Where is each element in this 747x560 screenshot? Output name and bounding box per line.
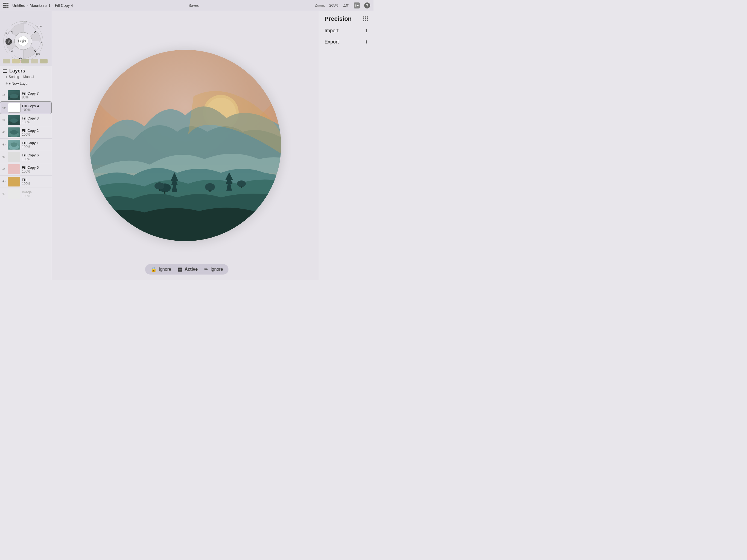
pen-icon: ✏	[204, 266, 208, 272]
layer-thumbnail	[8, 115, 20, 125]
layer-name: Image	[22, 190, 50, 194]
layer-opacity: 100%	[22, 108, 50, 112]
hamburger-icon[interactable]	[3, 70, 7, 73]
lock-icon: 🔒	[151, 266, 157, 272]
layer-opacity: 100%	[22, 145, 50, 149]
layers-stack-icon: ▤	[178, 266, 182, 272]
layer-thumbnail	[8, 164, 20, 174]
svg-text:4.2 pts: 4.2 pts	[18, 40, 26, 43]
layer-info: Fill Copy 7 86%	[22, 91, 50, 99]
layer-name: Fill Copy 6	[22, 153, 50, 157]
layer-thumbnail	[8, 152, 20, 162]
svg-point-32	[10, 178, 18, 185]
layer-opacity: 86%	[22, 96, 50, 99]
layer-item[interactable]: 👁 Fill Copy 5 100%	[0, 163, 52, 176]
svg-text:✐: ✐	[7, 40, 10, 44]
svg-text:↙: ↙	[11, 48, 14, 53]
app-name[interactable]: Untitled	[12, 3, 25, 8]
layer-info: Fill Copy 2 100%	[22, 128, 50, 136]
file-name[interactable]: Mountains 1	[29, 3, 50, 8]
new-layer-button[interactable]: + + New Layer	[3, 80, 49, 88]
swatch-5[interactable]	[40, 59, 48, 63]
swatch-1[interactable]	[3, 59, 10, 63]
ignore-pen-button[interactable]: ✏ Ignore	[204, 266, 223, 272]
sorting-label: Sorting	[9, 75, 19, 79]
layer-item[interactable]: 👁 Fill Copy 6 100%	[0, 151, 52, 163]
breadcrumb-sep2: ›	[52, 4, 53, 7]
svg-point-26	[10, 119, 18, 123]
layer-opacity: 100%	[22, 157, 50, 161]
layer-item[interactable]: 👁 Fill Copy 3 100%	[0, 114, 52, 126]
precision-title: Precision	[325, 15, 352, 22]
layer-name[interactable]: Fill Copy 4	[55, 3, 73, 8]
color-wheel-area: 4.92 9.06 1.8 180 09 4.2 4.2 pts ↖ ↗ ↙ ↘…	[0, 11, 52, 66]
svg-point-31	[9, 168, 19, 174]
layer-item[interactable]: 👁 Fill Copy 2 100%	[0, 126, 52, 138]
layer-thumbnail	[8, 140, 20, 150]
ignore-pen-label: Ignore	[210, 267, 223, 272]
visibility-icon[interactable]: 👁	[2, 155, 6, 159]
visibility-icon[interactable]: 👁	[2, 118, 6, 122]
visibility-icon[interactable]: 👁	[2, 93, 6, 97]
svg-text:4.2: 4.2	[5, 32, 9, 35]
svg-point-43	[154, 182, 164, 189]
import-icon: ⬆	[364, 28, 368, 33]
topbar-left: Untitled › Mountains 1 › Fill Copy 4	[3, 3, 73, 8]
svg-text:↘: ↘	[33, 48, 36, 53]
dots-grid-icon[interactable]	[363, 17, 368, 21]
svg-rect-44	[159, 189, 160, 191]
layer-info: Fill Copy 3 100%	[22, 116, 50, 124]
svg-text:↖: ↖	[11, 30, 14, 34]
layer-item[interactable]: 👁 Image 100%	[0, 188, 52, 200]
save-status: Saved	[188, 3, 199, 8]
sort-icon: ↕	[5, 75, 7, 79]
visibility-icon[interactable]: 👁	[2, 180, 6, 184]
svg-rect-46	[209, 190, 210, 192]
layer-opacity: 100%	[22, 120, 50, 124]
layer-item[interactable]: 👁 Fill 100%	[0, 176, 52, 188]
visibility-icon[interactable]: 👁	[2, 143, 6, 147]
zoom-label: Zoom:	[315, 3, 325, 7]
topbar: Untitled › Mountains 1 › Fill Copy 4 Sav…	[0, 0, 374, 11]
settings-button[interactable]	[354, 2, 360, 8]
layer-name: Fill Copy 2	[22, 128, 50, 133]
visibility-icon[interactable]: 👁	[2, 130, 6, 134]
svg-text:4.92: 4.92	[22, 20, 27, 23]
color-swatches	[3, 59, 48, 63]
svg-point-0	[356, 5, 358, 6]
right-panel-header: Precision	[325, 15, 368, 22]
sorting-row[interactable]: ↕ Sorting | Manual	[3, 74, 49, 80]
layer-thumbnail	[8, 177, 20, 186]
swatch-4[interactable]	[31, 59, 38, 63]
ignore-lock-button[interactable]: 🔒 Ignore	[151, 266, 171, 272]
import-button[interactable]: Import ⬆	[325, 28, 368, 34]
help-button[interactable]: ?	[364, 2, 370, 8]
right-panel: Precision Import ⬆ Export ⬆	[319, 11, 374, 280]
layer-info: Fill Copy 4 100%	[22, 104, 50, 112]
swatch-3[interactable]	[21, 59, 29, 63]
svg-text:↗: ↗	[33, 30, 36, 34]
plus-icon: +	[5, 81, 8, 86]
svg-text:1.8: 1.8	[39, 41, 43, 44]
topbar-center: Saved	[73, 3, 315, 8]
layer-item[interactable]: 👁 Fill Copy 7 86%	[0, 89, 52, 101]
bottom-bar: 🔒 Ignore ▤ Active ✏ Ignore	[145, 264, 229, 275]
left-sidebar: 4.92 9.06 1.8 180 09 4.2 4.2 pts ↖ ↗ ↙ ↘…	[0, 11, 52, 280]
app-grid-icon[interactable]	[3, 3, 8, 8]
active-layers-button[interactable]: ▤ Active	[178, 266, 198, 272]
visibility-icon[interactable]: 👁	[2, 106, 6, 110]
svg-point-50	[237, 180, 246, 187]
export-label: Export	[325, 39, 339, 45]
sorting-sep: |	[21, 75, 22, 79]
layer-thumbnail	[8, 189, 20, 199]
layer-opacity: 100%	[22, 133, 50, 136]
layer-item[interactable]: 👁 Fill Copy 4 100%	[0, 101, 52, 114]
svg-point-28	[10, 130, 18, 134]
layer-thumbnail	[8, 103, 21, 113]
layers-label: Layers	[9, 68, 25, 74]
visibility-icon[interactable]: 👁	[2, 167, 6, 172]
visibility-icon[interactable]: 👁	[2, 192, 6, 196]
swatch-2[interactable]	[12, 59, 20, 63]
layer-item[interactable]: 👁 Fill Copy 1 100%	[0, 138, 52, 151]
export-button[interactable]: Export ⬆	[325, 39, 368, 45]
